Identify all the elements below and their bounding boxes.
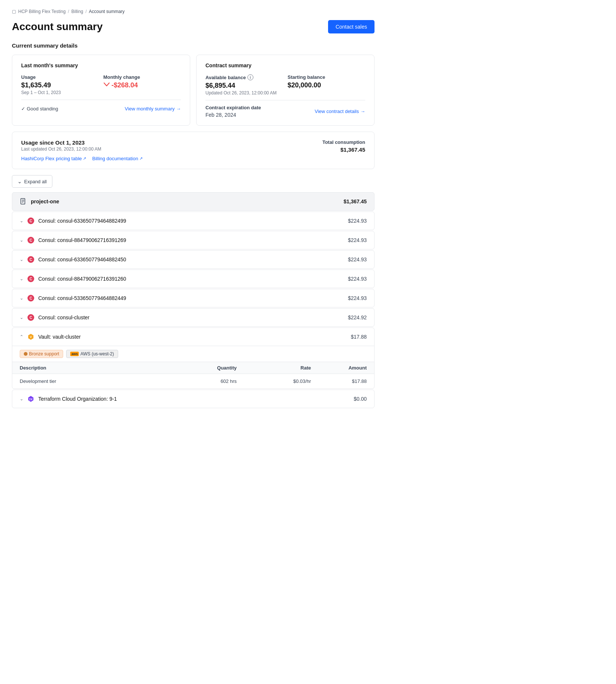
view-contract-link[interactable]: View contract details → xyxy=(315,109,365,114)
aws-badge: aws AWS (us-west-2) xyxy=(66,350,118,358)
table-header-cell: Description xyxy=(20,365,162,371)
svg-text:V: V xyxy=(30,335,32,339)
chevron-down-icon[interactable]: ⌄ xyxy=(20,238,23,243)
svg-text:TF: TF xyxy=(29,398,33,401)
usage-label: Usage xyxy=(21,74,99,80)
breadcrumb-sep1: / xyxy=(68,9,69,14)
billing-docs-link[interactable]: Billing documentation ↗ xyxy=(92,156,143,161)
usage-section: Usage $1,635.49 Sep 1 – Oct 1, 2023 xyxy=(21,74,99,95)
service-badges: Bronze supportaws AWS (us-west-2) xyxy=(12,346,374,362)
table-cell: Development tier xyxy=(20,378,162,384)
service-row[interactable]: ⌄CConsul: consul-cluster$224.92 xyxy=(12,308,375,327)
external-link-icon: ↗ xyxy=(139,156,143,161)
breadcrumb: ▢ HCP Billing Flex Testing / Billing / A… xyxy=(12,9,375,14)
contract-card: Contract summary Available balance i $6,… xyxy=(196,55,375,126)
current-summary-section: Current summary details Last month's sum… xyxy=(12,42,375,408)
consul-icon: C xyxy=(27,217,35,225)
chevron-down-icon[interactable]: ⌄ xyxy=(20,257,23,262)
svg-text:C: C xyxy=(29,238,32,242)
down-arrow-icon xyxy=(103,82,110,89)
chevron-down-icon[interactable]: ⌄ xyxy=(20,276,23,281)
chevron-up-icon[interactable]: ⌃ xyxy=(20,334,23,339)
usage-header: Usage since Oct 1, 2023 Last updated Oct… xyxy=(21,139,365,153)
service-table-header: DescriptionQuantityRateAmount xyxy=(12,362,374,374)
chevron-down-icon[interactable]: ⌄ xyxy=(20,396,23,401)
service-left: ⌄CConsul: consul-533650779464882449 xyxy=(20,294,126,302)
service-name: Consul: consul-cluster xyxy=(38,314,90,320)
monthly-change-section: Monthly change -$268.04 xyxy=(103,74,181,95)
services-list: ⌄CConsul: consul-633650779464882499$224.… xyxy=(12,212,375,408)
arrow-right-icon: → xyxy=(176,106,181,112)
service-row[interactable]: ⌄CConsul: consul-533650779464882449$224.… xyxy=(12,289,375,307)
service-name: Consul: consul-633650779464882450 xyxy=(38,256,126,262)
service-left: ⌄CConsul: consul-884790062716391269 xyxy=(20,236,126,244)
breadcrumb-sep2: / xyxy=(85,9,87,14)
project-name: project-one xyxy=(31,199,59,204)
starting-balance-label: Starting balance xyxy=(288,74,365,80)
expanded-service-row: ⌃VVault: vault-cluster$17.88 Bronze supp… xyxy=(12,328,375,389)
info-icon[interactable]: i xyxy=(247,74,253,80)
last-month-card-title: Last month's summary xyxy=(21,62,181,68)
contact-sales-button[interactable]: Contact sales xyxy=(328,20,375,33)
available-balance-section: Available balance i $6,895.44 Updated Oc… xyxy=(205,74,283,96)
consul-icon: C xyxy=(27,275,35,283)
hcp-icon: ▢ xyxy=(12,9,16,14)
service-row[interactable]: ⌄CConsul: consul-884790062716391269$224.… xyxy=(12,231,375,249)
service-left: ⌃VVault: vault-cluster xyxy=(20,333,81,341)
table-header-cell: Quantity xyxy=(162,365,237,371)
svg-text:C: C xyxy=(29,296,32,300)
chevron-down-icon[interactable]: ⌄ xyxy=(20,315,23,320)
svg-point-18 xyxy=(24,352,27,356)
view-monthly-summary-link[interactable]: View monthly summary → xyxy=(125,106,181,112)
table-cell: 602 hrs xyxy=(162,378,237,384)
contract-expiry-value: Feb 28, 2024 xyxy=(205,112,261,118)
chevron-down-icon[interactable]: ⌄ xyxy=(20,296,23,301)
project-amount: $1,367.45 xyxy=(344,199,367,204)
service-name: Consul: consul-884790062716391269 xyxy=(38,237,126,243)
usage-since-card: Usage since Oct 1, 2023 Last updated Oct… xyxy=(12,132,375,169)
contract-grid: Available balance i $6,895.44 Updated Oc… xyxy=(205,74,365,96)
usage-value: $1,635.49 xyxy=(21,81,99,89)
service-amount: $224.93 xyxy=(348,276,367,282)
monthly-change-label: Monthly change xyxy=(103,74,181,80)
service-amount: $224.93 xyxy=(348,295,367,301)
contract-footer: Contract expiration date Feb 28, 2024 Vi… xyxy=(205,105,365,118)
contract-divider xyxy=(205,100,365,100)
service-amount: $0.00 xyxy=(354,396,367,402)
table-cell: $17.88 xyxy=(311,378,367,384)
page-header: Account summary Contact sales xyxy=(12,20,375,33)
table-row: Development tier602 hrs$0.03/hr$17.88 xyxy=(12,374,374,388)
available-balance-label: Available balance i xyxy=(205,74,283,80)
service-row[interactable]: ⌄CConsul: consul-633650779464882499$224.… xyxy=(12,212,375,230)
consul-icon: C xyxy=(27,314,35,321)
service-row[interactable]: ⌄CConsul: consul-633650779464882450$224.… xyxy=(12,250,375,269)
usage-links: HashiCorp Flex pricing table ↗ Billing d… xyxy=(21,156,365,161)
service-left: ⌄TFTerraform Cloud Organization: 9-1 xyxy=(20,395,117,403)
service-row[interactable]: ⌄TFTerraform Cloud Organization: 9-1$0.0… xyxy=(12,390,375,408)
breadcrumb-billing[interactable]: Billing xyxy=(71,9,83,14)
hashicorp-pricing-link[interactable]: HashiCorp Flex pricing table ↗ xyxy=(21,156,86,161)
file-icon xyxy=(20,198,27,205)
section-title: Current summary details xyxy=(12,42,375,49)
monthly-change-value: -$268.04 xyxy=(111,81,138,89)
service-name: Consul: consul-633650779464882499 xyxy=(38,218,126,224)
service-amount: $224.93 xyxy=(348,218,367,224)
service-row[interactable]: ⌄CConsul: consul-884790062716391260$224.… xyxy=(12,270,375,288)
breadcrumb-current: Account summary xyxy=(89,9,124,14)
consul-icon: C xyxy=(27,294,35,302)
usage-since-last-updated: Last updated Oct 26, 2023, 12:00:00 AM xyxy=(21,146,101,152)
service-name: Consul: consul-533650779464882449 xyxy=(38,295,126,301)
breadcrumb-root[interactable]: HCP Billing Flex Testing xyxy=(18,9,66,14)
total-consumption-label: Total consumption xyxy=(322,139,365,145)
project-row[interactable]: project-one $1,367.45 xyxy=(12,192,375,211)
monthly-change-row: -$268.04 xyxy=(103,81,181,89)
svg-text:C: C xyxy=(29,277,32,281)
service-amount: $224.93 xyxy=(348,237,367,243)
contract-expiry-label: Contract expiration date xyxy=(205,105,261,110)
service-name: Vault: vault-cluster xyxy=(38,334,81,340)
chevron-down-icon[interactable]: ⌄ xyxy=(20,218,23,223)
table-header-cell: Rate xyxy=(237,365,311,371)
terraform-icon: TF xyxy=(27,395,35,403)
expand-all-button[interactable]: ⌄ Expand all xyxy=(12,175,52,188)
svg-text:C: C xyxy=(29,219,32,223)
